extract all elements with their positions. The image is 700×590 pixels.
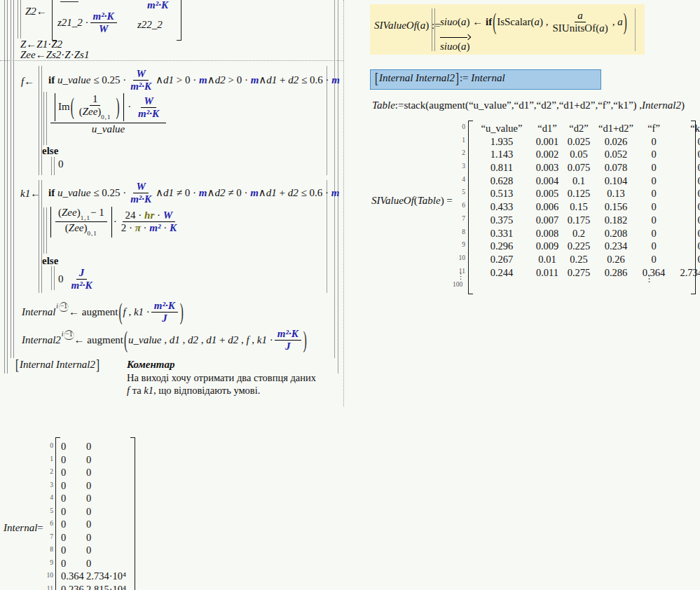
internal-assignment-expression: [Internal Internal2] := Internal — [374, 72, 505, 84]
matrix-bracket-left — [55, 437, 60, 590]
z2-element-12-unit: m²·K — [147, 0, 168, 11]
k1-else-value[interactable]: 0 Jm²·K — [58, 267, 96, 292]
page-guide-vertical — [343, 0, 344, 406]
clipped-fraction-bar — [60, 1, 78, 2]
siuo-vectorize-line: siuo(a) — [440, 41, 470, 53]
abs-operator: (Zee)1,1− 1 (Zee)0,1 — [50, 207, 112, 238]
z2-assignment[interactable]: Z2 ← — [25, 6, 47, 18]
f-else-keyword[interactable]: else — [42, 145, 58, 157]
program-bar-outer — [4, 0, 8, 373]
sivalueof-head: SIValueOf(a) := — [374, 20, 441, 32]
f-if-condition[interactable]: if u_value ≤ 0.25 · W m²·K ∧d1 > 0 · m∧d… — [48, 68, 340, 93]
comment-line: f та k1, що відповідають умові. — [127, 385, 260, 397]
program-bar-sub — [18, 0, 21, 39]
f-else-body-bar — [51, 157, 55, 175]
k1-if-body-expression[interactable]: (Zee)1,1− 1 (Zee)0,1 · 24 · hr · W 2 · π… — [49, 207, 181, 238]
column-operator: i−1 — [62, 330, 74, 338]
internal-augment-line[interactable]: Internali−1 ← augment ( f , k1 · m²·KJ ) — [22, 300, 184, 325]
f-program-bar — [39, 66, 42, 175]
column-operator: i−1 — [56, 302, 69, 310]
z2-element-21: z21_2 · m²·K W — [57, 11, 118, 36]
k1-else-keyword[interactable]: else — [42, 255, 58, 267]
f-assignment-head[interactable]: f ← — [21, 76, 34, 88]
k1-if-condition[interactable]: if u_value ≤ 0.25 · W m²·K ∧d1 ≠ 0 · m∧d… — [48, 181, 339, 206]
program-bar-inner-right — [334, 0, 335, 358]
internal2-augment-line[interactable]: Internal2i−1 ← augment ( u_value , d1 , … — [22, 328, 308, 353]
column-ellipsis: ⋮ — [645, 273, 654, 284]
k1-program-bar — [39, 180, 42, 293]
mathcad-worksheet: Z2 ← m²·K z21_2 · m²·K W z22_2 Z ← Z1 · … — [0, 0, 700, 590]
k1-assignment-head[interactable]: k1 ← — [20, 188, 41, 200]
abs-operator: Im(1(Zee)0,1) — [55, 93, 124, 121]
f-if-body-expression[interactable]: Im(1(Zee)0,1) · Wm²·K u_value — [49, 93, 167, 135]
comment-title: Коментар — [127, 359, 174, 371]
table-result-label: SIValueOf(Table) = — [371, 195, 453, 207]
matrix-values: 000000000000000000000.3642.734·10⁴0.2362… — [61, 441, 135, 590]
program-bar-inner — [11, 0, 14, 358]
vectorize-arrow: siuo(a) — [440, 41, 470, 53]
comment-line: На виході хочу отримати два стовпця дани… — [127, 372, 316, 384]
matrix-values: “u_value”“d1”“d2”“d1+d2”“f”“k1”1.9350.00… — [472, 123, 700, 280]
f-if-body-bar — [43, 92, 47, 145]
zee-assignment[interactable]: Zee ← Zs2 · Z · Zs1 — [20, 49, 89, 61]
w-per-m2k-fraction: W m²·K — [128, 68, 154, 93]
k1-if-body-bar — [43, 207, 47, 254]
f-else-value[interactable]: 0 — [58, 158, 64, 170]
table-definition[interactable]: Table := stack(augment(“u_value” , “d1” … — [372, 100, 685, 111]
k1-else-body-bar — [51, 266, 55, 290]
last-row-index: 100 — [453, 281, 462, 288]
z2-matrix-bracket-right — [177, 0, 181, 41]
program-bar-right — [635, 8, 636, 51]
program-return-line[interactable]: [Internal Internal2] — [15, 359, 100, 371]
matrix-row-indices: 01234567891011 — [36, 442, 53, 590]
w-per-m2k-fraction: W m²·K — [128, 181, 154, 206]
z2-element-22: z22_2 — [137, 19, 163, 31]
z2-matrix-bracket-left — [52, 0, 57, 41]
row-ellipsis: ⋮ — [457, 272, 465, 281]
program-bar — [432, 8, 435, 51]
siuo-if-line: siuo(a) ← if ( IsScalar(a) , aSIUnitsOf(… — [440, 10, 628, 35]
matrix-row-indices: 01234567891011 — [447, 123, 465, 280]
z2-element-21-fraction: m²·K W — [90, 11, 117, 36]
sivalueof-function-region[interactable]: SIValueOf(a) := siuo(a) ← if ( IsScalar(… — [370, 4, 645, 55]
internal-assignment-selected-region[interactable]: [Internal Internal2] := Internal — [370, 69, 601, 90]
